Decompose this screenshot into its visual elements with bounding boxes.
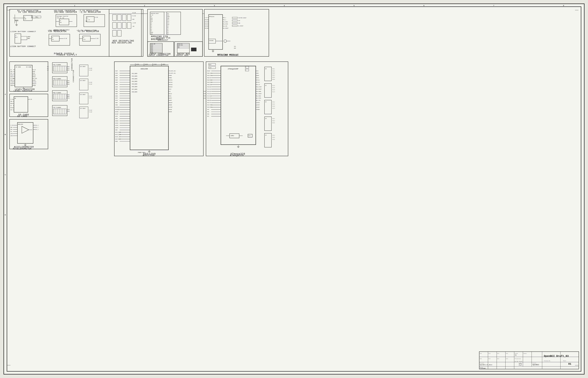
svg-text:J0_4: J0_4 [272,75,275,76]
svg-text:01: 01 [568,363,571,365]
svg-text:GND: GND [11,101,13,102]
svg-rect-81 [147,9,202,56]
svg-text:0.1uF: 0.1uF [89,96,92,97]
svg-text:START: START [11,81,14,83]
ads-decoupling-label: ADS DECOUPLING [112,42,132,44]
svg-rect-594 [264,100,271,114]
svg-text:PC3/A3: PC3/A3 [207,93,211,94]
svg-text:3.3V: 3.3V [33,69,36,70]
svg-rect-56 [82,36,90,41]
svg-rect-70 [118,22,121,28]
svg-rect-16 [31,16,36,18]
svg-text:P7P8: P7P8 [67,109,69,110]
svg-text:R/A: R/A [497,358,499,359]
svg-text:GND: GND [151,18,153,19]
liion-battery-label: LIION BATTERY CONNECT [10,46,36,47]
svg-text:D6: D6 [167,30,169,31]
svg-text:J3: J3 [265,118,266,119]
svg-text:-5V: -5V [132,26,134,27]
svg-text:CH7_GAIN: CH7_GAIN [132,89,137,90]
svg-text:J0_3: J0_3 [272,72,275,74]
svg-text:IN7N: IN7N [115,100,118,101]
svg-text:GPIO2: GPIO2 [169,82,172,83]
svg-text:IN6P: IN6P [115,93,118,94]
svg-text:7: 7 [493,5,494,7]
svg-text:IN8P: IN8P [115,102,118,103]
svg-text:DOUT/DRDY: DOUT/DRDY [115,138,121,140]
svg-text:A0: A0 [151,22,152,24]
svg-text:PB5/SCK: PB5/SCK [207,84,211,85]
svg-text:A5: A5 [151,30,152,31]
svg-text:SAT: SAT [238,20,240,21]
5v-ldo-label: 5V LDO REGULATOR [17,10,39,12]
svg-text:C: C [246,69,246,71]
svg-text:DRDY: DRDY [169,100,172,101]
svg-text:INT1: INT1 [11,133,13,134]
svg-text:RESET: RESET [33,83,36,84]
svg-text:IN4P: IN4P [115,84,118,85]
svg-text:A2: A2 [151,26,152,27]
svg-text:PD3/INT1: PD3/INT1 [207,107,212,108]
svg-text:GPIO3: GPIO3 [205,21,208,23]
svg-rect-572 [230,134,239,138]
svg-text:CH6_GAIN: CH6_GAIN [132,86,137,87]
svg-text:U4: U4 [52,37,53,38]
svg-text:ICSP: ICSP [209,67,211,68]
svg-text:VREF: VREF [162,64,165,65]
ads1299-label: ADS1299 [143,154,155,157]
svg-text:CS_ADS: CS_ADS [33,78,37,79]
svg-text:PD7: PD7 [207,116,209,117]
rfduino-module-label: RFDUINO MODULE [218,54,238,56]
svg-rect-488 [221,66,256,145]
svg-text:MOSI: MOSI [11,76,13,77]
svg-text:VBAT: VBAT [27,36,30,38]
svg-text:Sheet: Sheet [563,360,566,362]
svg-text:GPIO4: GPIO4 [169,86,172,88]
svg-text:D/A: D/A [489,353,490,354]
svg-text:D9: D9 [167,26,169,27]
svg-rect-182 [209,39,216,43]
svg-text:VCAP: VCAP [154,64,157,65]
svg-rect-177 [232,25,237,27]
svg-text:P5P6: P5P6 [151,50,153,51]
svg-text:START: START [169,107,172,108]
svg-text:N3N4: N3N4 [151,48,153,50]
svg-text:D/A: D/A [480,353,482,354]
svg-rect-118 [150,43,162,53]
svg-text:D/A: D/A [506,353,508,354]
svg-text:AD_RESET: AD_RESET [257,89,262,90]
svg-text:R/A: R/A [489,358,490,359]
svg-text:GND: GND [238,23,240,24]
svg-text:GND: GND [151,19,153,20]
svg-rect-244 [14,96,28,112]
svg-rect-345 [79,79,88,90]
level-shifter-label: LEVEL SHIFTER [14,90,32,92]
svg-text:FACTORY_RESET: FACTORY_RESET [238,17,247,19]
svg-text:P1P2: P1P2 [151,45,153,46]
svg-text:3.3V: 3.3V [205,17,207,18]
svg-rect-361 [130,66,169,150]
svg-text:PB4/MISO: PB4/MISO [207,82,212,83]
accelerometer-label: ACCELEROMETER [13,148,31,150]
svg-text:PD1/TX: PD1/TX [207,102,211,103]
svg-text:Projection: Projection [515,358,521,359]
svg-text:IN4N: IN4N [115,86,118,88]
svg-rect-262 [17,122,33,143]
svg-text:RFduino: RFduino [209,16,214,17]
svg-rect-2 [24,15,32,21]
svg-text:IN8N: IN8N [115,104,118,106]
atmega328-label: ATmega328 [230,154,244,157]
svg-rect-570 [245,69,249,71]
svg-text:CAP ARRAY: CAP ARRAY [80,108,86,109]
svg-rect-317 [52,91,67,101]
svg-text:N5N6: N5N6 [151,51,153,52]
svg-text:U2: U2 [60,20,61,21]
svg-text:0.1uF: 0.1uF [89,111,92,113]
svg-text:C2: C2 [37,17,38,18]
svg-text:BOOT: BOOT [209,64,211,65]
svg-text:IN2N: IN2N [115,77,118,79]
svg-text:PC4/SDA: PC4/SDA [207,95,211,97]
svg-text:IN6N: IN6N [115,95,118,97]
svg-text:J1: J1 [265,85,266,86]
svg-text:SCK: SCK [11,109,13,110]
